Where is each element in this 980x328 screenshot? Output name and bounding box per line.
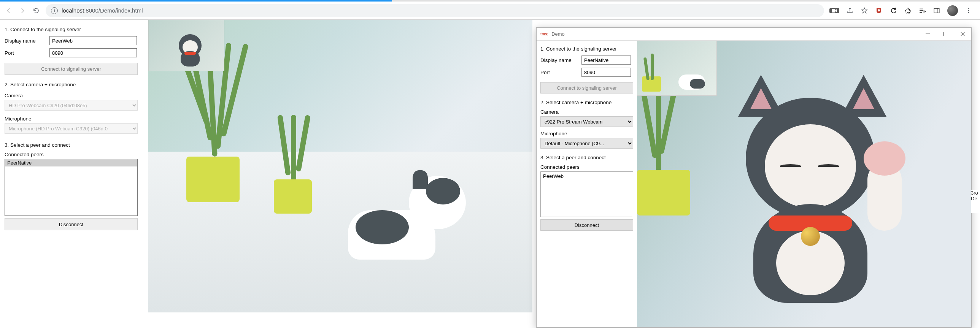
extensions-icon[interactable] (904, 7, 912, 14)
web-local-video-pip (148, 20, 224, 71)
web-camera-label: Camera (5, 93, 144, 98)
reload-button[interactable] (32, 6, 40, 15)
native-peers-label: Connected peers (540, 164, 633, 170)
back-button[interactable] (5, 6, 13, 15)
native-disconnect-button[interactable]: Disconnect (540, 219, 633, 231)
native-local-video-pip (637, 41, 717, 96)
camera-indicator[interactable] (829, 8, 839, 13)
svg-rect-8 (943, 32, 947, 36)
bookmark-star-icon[interactable] (861, 7, 868, 14)
web-control-panel: 1. Connect to the signaling server Displ… (0, 20, 148, 328)
window-minimize-button[interactable] (919, 28, 936, 41)
web-peers-label: Connected peers (5, 152, 144, 157)
web-port-label: Port (5, 50, 46, 56)
web-disconnect-button[interactable]: Disconnect (5, 218, 138, 230)
native-mic-select[interactable]: Default - Microphone (C9... (540, 138, 633, 149)
native-step1-title: 1. Connect to the signaling server (540, 46, 633, 52)
panel-icon[interactable] (933, 7, 940, 14)
native-mic-label: Microphone (540, 131, 633, 136)
native-remote-video (637, 41, 971, 327)
native-port-label: Port (540, 70, 578, 75)
svg-rect-0 (832, 9, 835, 12)
url-text: localhost:8000/Demo/index.html (62, 7, 143, 14)
native-peers-list[interactable]: PeerWeb (540, 171, 633, 217)
native-control-panel: 1. Connect to the signaling server Displ… (536, 41, 637, 327)
window-close-button[interactable] (954, 28, 971, 41)
web-peer-item[interactable]: PeerNative (5, 159, 137, 166)
native-video-cat (730, 75, 894, 303)
menu-dots-icon[interactable] (965, 7, 972, 14)
native-camera-select[interactable]: c922 Pro Stream Webcam (540, 116, 633, 127)
right-edge-cut-window: 3ro De (971, 190, 980, 213)
web-connect-button: Connect to signaling server (5, 63, 138, 75)
web-displayname-label: Display name (5, 38, 46, 44)
svg-rect-2 (934, 8, 939, 13)
native-titlebar[interactable]: tms; Demo (536, 28, 971, 41)
web-displayname-input[interactable] (49, 36, 137, 45)
ublock-icon[interactable] (875, 7, 883, 14)
native-port-input[interactable] (581, 68, 631, 77)
web-peers-list[interactable]: PeerNative (5, 159, 138, 216)
window-maximize-button[interactable] (936, 28, 954, 41)
browser-right-icons (829, 5, 975, 16)
web-mic-label: Microphone (5, 116, 144, 122)
forward-button[interactable] (18, 6, 27, 15)
web-step3-title: 3. Select a peer and connect (5, 142, 144, 148)
playlist-icon[interactable] (918, 7, 926, 14)
native-step2-title: 2. Select camera + microphone (540, 100, 633, 105)
tms-logo: tms; (540, 32, 548, 36)
web-video-cat (348, 161, 466, 260)
native-camera-label: Camera (540, 109, 633, 115)
svg-point-4 (968, 8, 969, 9)
svg-point-6 (968, 12, 969, 13)
native-connect-button: Connect to signaling server (540, 82, 633, 93)
address-bar[interactable]: i localhost:8000/Demo/index.html (46, 4, 824, 17)
svg-point-5 (968, 10, 969, 11)
web-remote-video (148, 20, 532, 312)
share-icon[interactable] (846, 7, 854, 14)
native-peer-item[interactable]: PeerWeb (541, 172, 633, 181)
profile-avatar[interactable] (947, 5, 958, 16)
svg-point-1 (878, 9, 880, 11)
native-step3-title: 3. Select a peer and connect (540, 155, 633, 160)
sync-icon[interactable] (889, 7, 897, 14)
browser-toolbar: i localhost:8000/Demo/index.html (0, 2, 980, 20)
site-info-icon[interactable]: i (51, 7, 58, 14)
web-step1-title: 1. Connect to the signaling server (5, 27, 144, 32)
native-displayname-input[interactable] (581, 55, 631, 65)
native-demo-window: tms; Demo 1. Connect to the signaling se… (536, 27, 972, 328)
web-step2-title: 2. Select camera + microphone (5, 82, 144, 87)
native-window-title: Demo (551, 31, 565, 37)
web-port-input[interactable] (49, 48, 137, 57)
native-displayname-label: Display name (540, 57, 578, 63)
web-mic-select: Microphone (HD Pro Webcam C920) (046d:0 (5, 123, 138, 134)
web-camera-select: HD Pro Webcam C920 (046d:08e5) (5, 100, 138, 111)
